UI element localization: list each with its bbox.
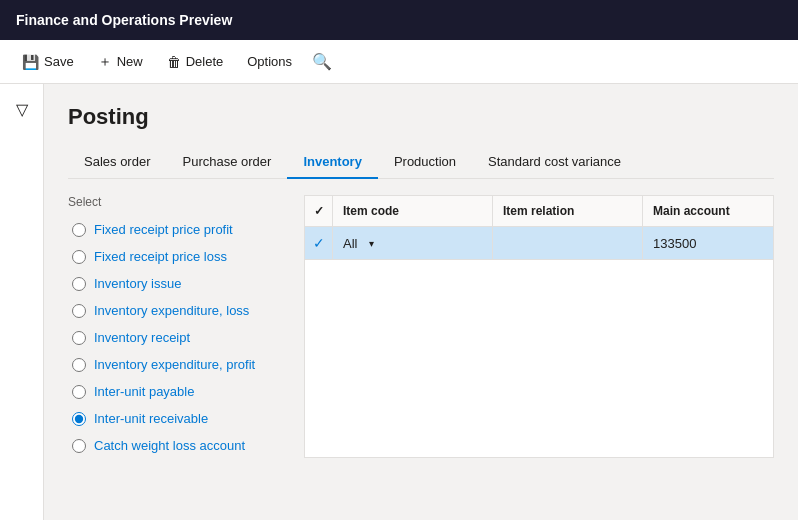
check-icon: ✓ xyxy=(313,235,325,251)
radio-inter-unit-receivable[interactable] xyxy=(72,412,86,426)
content-area: Posting Sales order Purchase order Inven… xyxy=(44,84,798,520)
search-icon: 🔍 xyxy=(312,53,332,70)
list-item[interactable]: Inter-unit receivable xyxy=(68,406,288,431)
filter-icon[interactable]: ▽ xyxy=(10,94,34,125)
sidebar: ▽ xyxy=(0,84,44,520)
tab-inventory[interactable]: Inventory xyxy=(287,146,378,179)
th-item-code: Item code xyxy=(333,196,493,226)
table-body: ✓ All ▾ 133500 xyxy=(305,227,773,260)
right-panel: ✓ Item code Item relation Main account ✓… xyxy=(304,195,774,458)
delete-button[interactable]: 🗑 Delete xyxy=(157,48,234,76)
radio-list: Fixed receipt price profit Fixed receipt… xyxy=(68,217,288,458)
th-main-account: Main account xyxy=(643,196,773,226)
tab-production[interactable]: Production xyxy=(378,146,472,179)
radio-label-inter-unit-payable: Inter-unit payable xyxy=(94,384,194,399)
radio-inventory-issue[interactable] xyxy=(72,277,86,291)
radio-inventory-expenditure-loss[interactable] xyxy=(72,304,86,318)
toolbar: 💾 Save ＋ New 🗑 Delete Options 🔍 xyxy=(0,40,798,84)
tab-standard-cost-variance[interactable]: Standard cost variance xyxy=(472,146,637,179)
th-item-relation: Item relation xyxy=(493,196,643,226)
main-layout: ▽ Posting Sales order Purchase order Inv… xyxy=(0,84,798,520)
radio-label-inventory-expenditure-profit: Inventory expenditure, profit xyxy=(94,357,255,372)
options-button[interactable]: Options xyxy=(237,48,302,75)
td-main-account[interactable]: 133500 xyxy=(643,227,773,259)
new-icon: ＋ xyxy=(98,53,112,71)
tab-sales-order[interactable]: Sales order xyxy=(68,146,166,179)
radio-label-inventory-expenditure-loss: Inventory expenditure, loss xyxy=(94,303,249,318)
options-label: Options xyxy=(247,54,292,69)
list-item[interactable]: Catch weight loss account xyxy=(68,433,288,458)
radio-label-inventory-receipt: Inventory receipt xyxy=(94,330,190,345)
item-code-dropdown-icon[interactable]: ▾ xyxy=(369,238,374,249)
radio-label-fixed-receipt-profit: Fixed receipt price profit xyxy=(94,222,233,237)
new-button[interactable]: ＋ New xyxy=(88,47,153,77)
list-item[interactable]: Inventory expenditure, profit xyxy=(68,352,288,377)
left-panel: Select Fixed receipt price profit Fixed … xyxy=(68,195,288,458)
tab-purchase-order[interactable]: Purchase order xyxy=(166,146,287,179)
radio-inventory-receipt[interactable] xyxy=(72,331,86,345)
app-title: Finance and Operations Preview xyxy=(16,12,232,28)
top-bar: Finance and Operations Preview xyxy=(0,0,798,40)
radio-inventory-expenditure-profit[interactable] xyxy=(72,358,86,372)
list-item[interactable]: Fixed receipt price profit xyxy=(68,217,288,242)
page-title: Posting xyxy=(68,104,774,130)
radio-label-inventory-issue: Inventory issue xyxy=(94,276,181,291)
radio-label-catch-weight-loss: Catch weight loss account xyxy=(94,438,245,453)
list-item[interactable]: Inventory issue xyxy=(68,271,288,296)
radio-label-fixed-receipt-loss: Fixed receipt price loss xyxy=(94,249,227,264)
main-account-value: 133500 xyxy=(653,236,696,251)
list-item[interactable]: Inter-unit payable xyxy=(68,379,288,404)
table-header: ✓ Item code Item relation Main account xyxy=(305,196,773,227)
list-item[interactable]: Inventory expenditure, loss xyxy=(68,298,288,323)
delete-label: Delete xyxy=(186,54,224,69)
item-code-value: All xyxy=(343,236,357,251)
save-label: Save xyxy=(44,54,74,69)
radio-catch-weight-loss[interactable] xyxy=(72,439,86,453)
td-item-relation[interactable] xyxy=(493,227,643,259)
save-button[interactable]: 💾 Save xyxy=(12,48,84,76)
save-icon: 💾 xyxy=(22,54,39,70)
list-item[interactable]: Fixed receipt price loss xyxy=(68,244,288,269)
table-row[interactable]: ✓ All ▾ 133500 xyxy=(305,227,773,260)
td-item-code[interactable]: All ▾ xyxy=(333,227,493,259)
radio-inter-unit-payable[interactable] xyxy=(72,385,86,399)
select-label: Select xyxy=(68,195,288,209)
search-button[interactable]: 🔍 xyxy=(306,46,338,77)
delete-icon: 🗑 xyxy=(167,54,181,70)
td-check: ✓ xyxy=(305,227,333,259)
list-item[interactable]: Inventory receipt xyxy=(68,325,288,350)
radio-label-inter-unit-receivable: Inter-unit receivable xyxy=(94,411,208,426)
new-label: New xyxy=(117,54,143,69)
radio-fixed-receipt-profit[interactable] xyxy=(72,223,86,237)
tab-bar: Sales order Purchase order Inventory Pro… xyxy=(68,146,774,179)
th-check: ✓ xyxy=(305,196,333,226)
radio-fixed-receipt-loss[interactable] xyxy=(72,250,86,264)
two-col-layout: Select Fixed receipt price profit Fixed … xyxy=(68,195,774,458)
